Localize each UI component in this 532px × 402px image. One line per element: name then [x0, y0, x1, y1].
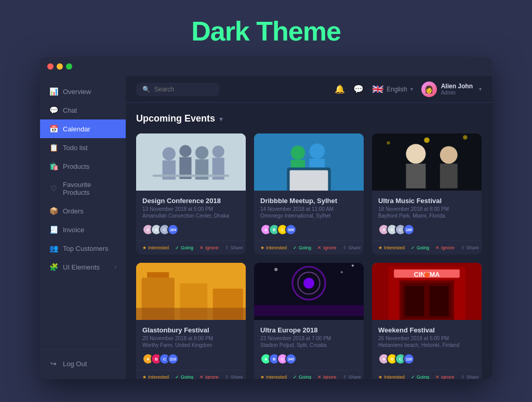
- sidebar-item-customers[interactable]: 👥 Top Customers: [40, 239, 126, 258]
- svg-rect-21: [440, 164, 458, 188]
- ignore-action[interactable]: ✕ Ignore: [200, 374, 219, 379]
- user-role: Admin: [441, 90, 473, 96]
- interested-action[interactable]: ★ Interested: [260, 374, 287, 379]
- close-button[interactable]: [47, 63, 54, 70]
- interested-action[interactable]: ★ Interested: [378, 374, 405, 379]
- language-label: English: [387, 86, 407, 93]
- ignore-action[interactable]: ✕ Ignore: [200, 245, 219, 250]
- attendee-count-2: 306: [285, 224, 297, 235]
- sidebar-item-orders[interactable]: 📦 Orders: [40, 202, 126, 220]
- event-actions-1: ★ Interested ✓ Going ✕ Ignore ⇧ Share: [136, 240, 246, 254]
- share-action[interactable]: ⇧ Share: [225, 245, 243, 250]
- svg-point-38: [352, 264, 354, 266]
- event-card-2[interactable]: Dribbble Meetup, Sylhet 14 November 2018…: [254, 133, 364, 254]
- ignore-action[interactable]: ✕ Ignore: [435, 245, 455, 250]
- sidebar-item-overview[interactable]: 📊 Overview: [40, 82, 126, 101]
- attendee-count-4: 210: [167, 353, 179, 365]
- event-name-2: Dribbble Meetup, Sylhet: [260, 197, 357, 205]
- minimize-button[interactable]: [57, 63, 63, 70]
- share-action[interactable]: ⇧ Share: [461, 374, 479, 379]
- event-date-6: 26 November 2018 at 5:00 PM: [378, 336, 475, 341]
- svg-point-20: [440, 146, 458, 164]
- avatar: 👩: [421, 82, 437, 97]
- svg-rect-27: [147, 272, 169, 278]
- ignore-action[interactable]: ✕ Ignore: [435, 374, 455, 379]
- thumb-inner-6: CINEMA: [372, 263, 482, 320]
- svg-point-7: [212, 145, 224, 157]
- sidebar-item-products[interactable]: 🛍️ Products: [40, 157, 126, 176]
- sidebar-item-calendar[interactable]: 📅 Calendar: [40, 119, 126, 138]
- event-info-1: Design Conference 2018 13 November 2018 …: [136, 191, 246, 235]
- sidebar-label-favourite: Favourite Products: [63, 181, 116, 196]
- sidebar-label-logout: Log Out: [63, 360, 87, 368]
- svg-point-13: [310, 143, 325, 159]
- event-thumb-5: [254, 263, 364, 320]
- sidebar-item-logout[interactable]: ↪ Log Out: [40, 354, 126, 373]
- sidebar-item-invoice[interactable]: 🧾 Invoice: [40, 220, 126, 239]
- event-card-1[interactable]: Design Conference 2018 13 November 2018 …: [136, 133, 246, 254]
- sidebar-item-todo[interactable]: 📋 Todo list: [40, 138, 126, 157]
- search-input[interactable]: [154, 86, 211, 93]
- event-attendees-3: A B C 186: [378, 224, 475, 235]
- sidebar-item-ui-elements[interactable]: 🧩 UI Elements ›: [40, 258, 126, 276]
- sidebar: 📊 Overview 💬 Chat 📅 Calendar 📋 Todo list…: [40, 76, 126, 379]
- avatar-image: 👩: [421, 82, 437, 97]
- event-attendees-1: A B C 164: [142, 224, 240, 235]
- notification-icon[interactable]: 🔔: [335, 84, 345, 94]
- event-card-4[interactable]: Glastonbury Festival 20 November 2018 at…: [136, 263, 246, 379]
- going-action[interactable]: ✓ Going: [293, 374, 311, 379]
- interested-action[interactable]: ★ Interested: [260, 245, 287, 250]
- going-action[interactable]: ✓ Going: [411, 245, 429, 250]
- event-location-5: Stadion Poljud, Split, Croatia: [260, 342, 357, 348]
- ignore-action[interactable]: ✕ Ignore: [317, 374, 337, 379]
- event-card-6[interactable]: CINEMA Weekend Festival: [372, 263, 482, 379]
- svg-rect-19: [406, 164, 425, 188]
- event-card-5[interactable]: Ultra Europe 2018 23 November 2018 at 7:…: [254, 263, 364, 379]
- event-actions-4: ★ Interested ✓ Going ✕ Ignore ⇧ Share: [136, 370, 246, 379]
- event-card-3[interactable]: Ultra Music Festival 18 November 2018 at…: [372, 133, 482, 254]
- interested-action[interactable]: ★ Interested: [142, 245, 169, 250]
- going-action[interactable]: ✓ Going: [293, 245, 311, 250]
- event-location-1: Amanullah Convection Center, Dhaka: [142, 213, 240, 219]
- interested-action[interactable]: ★ Interested: [142, 374, 169, 379]
- search-box[interactable]: 🔍: [136, 83, 219, 96]
- event-actions-3: ★ Interested ✓ Going ✕ Ignore ⇧ Share: [372, 240, 482, 254]
- event-info-4: Glastonbury Festival 20 November 2018 at…: [136, 320, 246, 365]
- svg-rect-46: [430, 286, 449, 316]
- svg-point-34: [303, 278, 314, 289]
- language-selector[interactable]: 🇬🇧 English ▾: [372, 84, 413, 95]
- share-action[interactable]: ⇧ Share: [343, 245, 361, 250]
- message-icon[interactable]: 💬: [353, 84, 364, 94]
- products-icon: 🛍️: [49, 162, 58, 170]
- going-action[interactable]: ✓ Going: [175, 245, 193, 250]
- interested-action[interactable]: ★ Interested: [378, 245, 405, 250]
- svg-rect-9: [153, 175, 230, 177]
- event-attendees-5: A B C 340: [260, 353, 357, 365]
- sidebar-item-favourite[interactable]: ♡ Favourite Products: [40, 176, 126, 202]
- section-chevron-icon[interactable]: ▾: [219, 115, 223, 123]
- share-action[interactable]: ⇧ Share: [225, 374, 243, 379]
- event-date-3: 18 November 2018 at 8:00 PM: [378, 206, 475, 212]
- sidebar-label-orders: Orders: [63, 207, 84, 215]
- ignore-action[interactable]: ✕ Ignore: [317, 245, 337, 250]
- going-action[interactable]: ✓ Going: [411, 374, 429, 379]
- event-location-3: Bayfront Park, Miami, Florida: [378, 213, 475, 219]
- event-info-5: Ultra Europe 2018 23 November 2018 at 7:…: [254, 320, 364, 365]
- event-info-3: Ultra Music Festival 18 November 2018 at…: [372, 191, 482, 235]
- share-action[interactable]: ⇧ Share: [461, 245, 479, 250]
- page-title: Dark Theme: [191, 0, 341, 57]
- thumb-inner-1: [136, 133, 246, 191]
- going-action[interactable]: ✓ Going: [175, 374, 193, 379]
- user-chevron-icon: ▾: [479, 86, 482, 92]
- svg-point-37: [341, 271, 343, 273]
- event-name-4: Glastonbury Festival: [142, 326, 240, 334]
- event-location-4: Worthy Farm, United Kingdom: [142, 342, 240, 348]
- svg-rect-30: [136, 308, 246, 320]
- section-title: Upcoming Events: [136, 113, 215, 124]
- sidebar-item-chat[interactable]: 💬 Chat: [40, 101, 126, 119]
- share-action[interactable]: ⇧ Share: [343, 374, 361, 379]
- maximize-button[interactable]: [66, 63, 72, 70]
- calendar-icon: 📅: [49, 125, 58, 133]
- user-info[interactable]: 👩 Alien John Admin ▾: [421, 82, 482, 97]
- sidebar-label-products: Products: [63, 163, 89, 170]
